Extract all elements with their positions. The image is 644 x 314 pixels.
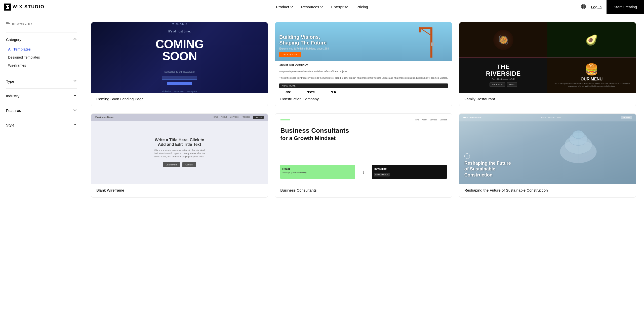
template-name-sustainable: Reshaping the Future of Sustainable Cons… bbox=[464, 188, 631, 192]
chevron-down-icon bbox=[290, 5, 293, 9]
nav-pricing[interactable]: Pricing bbox=[356, 5, 368, 9]
template-info-construction: Construction Company bbox=[275, 93, 452, 106]
chevron-down-icon bbox=[73, 123, 77, 127]
template-name-wireframe: Blank Wireframe bbox=[96, 188, 263, 192]
svg-rect-2 bbox=[8, 6, 9, 7]
cs-input bbox=[162, 76, 197, 80]
logo-area: WIX STUDIO bbox=[4, 4, 45, 11]
template-name-consultants: Business Consultants bbox=[280, 188, 447, 192]
template-name-coming-soon: Coming Soon Landing Page bbox=[96, 97, 263, 101]
page-container: BROWSE BY Category All Templates Designe… bbox=[0, 0, 644, 314]
template-card-wireframe[interactable]: Business Name Home About Services Projec… bbox=[91, 113, 268, 198]
construction-overlay: Building Visions,Shaping The Future Expe… bbox=[279, 34, 329, 57]
filter-category: Category All Templates Designed Template… bbox=[6, 32, 77, 74]
template-thumb-wireframe: Business Name Home About Services Projec… bbox=[91, 114, 268, 184]
chevron-up-icon bbox=[73, 37, 77, 42]
chevron-down-icon bbox=[320, 5, 323, 9]
cs-social: LinkedIn Facebook Instagram bbox=[162, 90, 197, 93]
template-card-coming-soon[interactable]: Morado It's almost time. COMINGSOON Subs… bbox=[91, 22, 268, 106]
category-list: All Templates Designed Templates Wirefra… bbox=[6, 46, 77, 69]
browse-by-label: BROWSE BY bbox=[6, 22, 77, 25]
svg-rect-3 bbox=[6, 7, 7, 8]
template-thumb-coming-soon: Morado It's almost time. COMINGSOON Subs… bbox=[91, 22, 268, 93]
template-info-restaurant: Family Restaurant bbox=[459, 93, 636, 106]
template-thumb-sustainable: Nano Construction Home Services About WE… bbox=[459, 114, 636, 184]
svg-rect-14 bbox=[431, 42, 434, 46]
header: WIX STUDIO Product Resources Enterprise … bbox=[0, 0, 644, 14]
template-card-construction[interactable]: Building Visions,Shaping The Future Expe… bbox=[275, 22, 452, 106]
main-nav: Product Resources Enterprise Pricing bbox=[276, 5, 368, 9]
chevron-down-icon bbox=[73, 94, 77, 98]
template-info-coming-soon: Coming Soon Landing Page bbox=[91, 93, 268, 106]
template-name-construction: Construction Company bbox=[280, 97, 447, 101]
template-thumb-restaurant: 🥘 🥑 THERIVERSIDE Bar • Restaurant • Café… bbox=[459, 22, 636, 93]
filter-type: Type bbox=[6, 74, 77, 88]
template-thumb-consultants: Home About Services Contact Business Con… bbox=[275, 114, 452, 184]
language-icon[interactable] bbox=[581, 4, 586, 10]
sidebar: BROWSE BY Category All Templates Designe… bbox=[0, 14, 83, 314]
chevron-down-icon bbox=[73, 108, 77, 113]
templates-grid: Morado It's almost time. COMINGSOON Subs… bbox=[91, 22, 636, 198]
cs-subscribe: Subscribe to our newsletter bbox=[164, 70, 195, 73]
template-thumb-construction: Building Visions,Shaping The Future Expe… bbox=[275, 22, 452, 93]
construction-stats: 48In-Progress Sites 282Projects Complete… bbox=[279, 90, 448, 93]
main-content: Morado It's almost time. COMINGSOON Subs… bbox=[83, 14, 644, 314]
category-all-templates[interactable]: All Templates bbox=[6, 46, 77, 53]
sustainable-caption: Reshaping the Future of Sustainable Cons… bbox=[464, 160, 515, 178]
nav-product[interactable]: Product bbox=[276, 5, 293, 9]
svg-rect-1 bbox=[6, 6, 7, 7]
cs-title: COMINGSOON bbox=[155, 38, 204, 62]
template-card-restaurant[interactable]: 🥘 🥑 THERIVERSIDE Bar • Restaurant • Café… bbox=[459, 22, 636, 106]
logo-icon[interactable] bbox=[4, 4, 11, 11]
filter-industry-header[interactable]: Industry bbox=[6, 94, 77, 98]
filter-style-header[interactable]: Style bbox=[6, 123, 77, 127]
filter-industry: Industry bbox=[6, 88, 77, 103]
filter-features: Features bbox=[6, 103, 77, 118]
template-name-restaurant: Family Restaurant bbox=[464, 97, 631, 101]
header-actions: Log In Start Creating bbox=[581, 0, 638, 14]
nav-enterprise[interactable]: Enterprise bbox=[331, 5, 348, 9]
template-info-wireframe: Blank Wireframe bbox=[91, 184, 268, 197]
category-designed-templates[interactable]: Designed Templates bbox=[6, 54, 77, 61]
start-creating-button[interactable]: Start Creating bbox=[607, 0, 644, 14]
filter-style: Style bbox=[6, 118, 77, 132]
login-link[interactable]: Log In bbox=[591, 5, 602, 9]
nav-resources[interactable]: Resources bbox=[301, 5, 323, 9]
template-info-consultants: Business Consultants bbox=[275, 184, 452, 197]
filter-type-header[interactable]: Type bbox=[6, 79, 77, 83]
logo-text: WIX STUDIO bbox=[13, 4, 45, 10]
filter-icon bbox=[6, 22, 10, 25]
cs-button bbox=[167, 82, 192, 85]
cs-brand: Morado bbox=[172, 22, 187, 25]
template-card-consultants[interactable]: Home About Services Contact Business Con… bbox=[275, 113, 452, 198]
chevron-down-icon bbox=[73, 79, 77, 83]
template-info-sustainable: Reshaping the Future of Sustainable Cons… bbox=[459, 184, 636, 197]
category-wireframes[interactable]: Wireframes bbox=[6, 62, 77, 69]
template-card-sustainable[interactable]: Nano Construction Home Services About WE… bbox=[459, 113, 636, 198]
filter-category-header[interactable]: Category bbox=[6, 37, 77, 42]
filter-features-header[interactable]: Features bbox=[6, 108, 77, 113]
